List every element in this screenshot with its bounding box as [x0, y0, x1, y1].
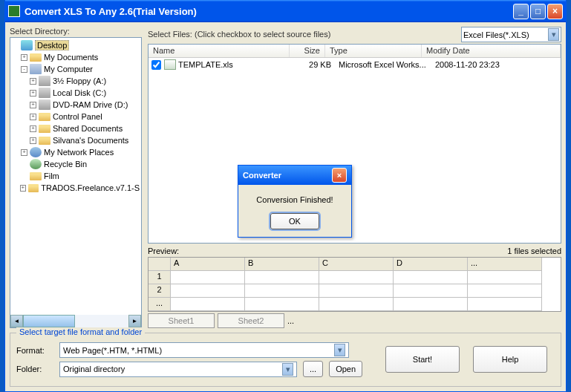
grid-cell: [468, 298, 542, 311]
tree-item[interactable]: +My Network Places: [12, 146, 140, 158]
sheet-tab[interactable]: Sheet1: [148, 313, 215, 328]
tree-item[interactable]: +Local Disk (C:): [12, 87, 140, 99]
chevron-down-icon[interactable]: ▾: [548, 28, 559, 41]
expand-icon[interactable]: +: [20, 185, 26, 192]
dialog-ok-button[interactable]: OK: [270, 213, 319, 229]
folder-icon: [39, 113, 50, 121]
expand-icon[interactable]: +: [30, 114, 36, 120]
folder-icon: [28, 184, 39, 192]
chevron-down-icon[interactable]: ▾: [334, 344, 345, 356]
expand-icon[interactable]: -: [21, 66, 27, 73]
tree-item[interactable]: +TRADOS.Freelance.v7.1-S: [12, 182, 140, 194]
dialog-close-button[interactable]: ×: [332, 168, 347, 183]
expand-icon[interactable]: +: [30, 90, 36, 97]
expand-icon[interactable]: +: [30, 137, 36, 144]
format-combo[interactable]: Web Page(*.HTM, *.HTML) ▾: [59, 342, 349, 358]
tree-item[interactable]: +Silvana's Documents: [12, 134, 140, 146]
dialog-title: Converter: [243, 171, 332, 180]
tree-hscrollbar[interactable]: ◄ ►: [10, 315, 141, 327]
col-name[interactable]: Name: [149, 45, 290, 57]
file-row[interactable]: TEMPLATE.xls29 KBMicrosoft Excel Works..…: [149, 58, 561, 71]
grid-col-header: ...: [468, 258, 542, 271]
drive-icon: [39, 76, 50, 86]
converter-dialog: Converter × Conversion Finished! OK: [238, 165, 352, 238]
file-name: TEMPLATE.xls: [178, 60, 296, 69]
grid-col-header: A: [171, 258, 245, 271]
tree-item[interactable]: Film: [12, 170, 140, 182]
sheets-more: ...: [287, 316, 294, 325]
file-size: 29 KB: [296, 60, 331, 69]
open-button[interactable]: Open: [329, 361, 362, 377]
tree-item[interactable]: +3½ Floppy (A:): [12, 75, 140, 87]
network-icon: [30, 147, 42, 157]
tree-item-label: Silvana's Documents: [53, 136, 128, 145]
grid-cell: [245, 271, 319, 284]
grid-cell: [171, 271, 245, 284]
directory-label: Select Directory:: [10, 27, 142, 36]
grid-col-header: C: [319, 258, 394, 271]
tree-item[interactable]: Recycle Bin: [12, 158, 140, 170]
file-list-header: Name Size Type Modify Date: [149, 45, 561, 58]
files-label: Select Files: (Click checkbox to select …: [148, 30, 461, 39]
chevron-down-icon[interactable]: ▾: [282, 363, 293, 376]
maximize-button[interactable]: □: [530, 4, 546, 19]
drive-icon: [39, 99, 50, 110]
sheet-tab[interactable]: Sheet2: [218, 313, 284, 328]
app-icon: [8, 5, 20, 17]
file-filter-value: Excel Files(*.XLS): [463, 30, 529, 39]
folder-value: Original directory: [63, 365, 125, 373]
help-button[interactable]: Help: [473, 346, 547, 373]
folder-icon: [30, 172, 42, 180]
tree-item-label: 3½ Floppy (A:): [53, 76, 106, 85]
expand-icon[interactable]: +: [30, 78, 36, 85]
file-filter-combo[interactable]: Excel Files(*.XLS) ▾: [461, 27, 561, 42]
expand-icon[interactable]: +: [30, 125, 36, 132]
start-button[interactable]: Start!: [385, 346, 460, 373]
tree-item-label: TRADOS.Freelance.v7.1-S: [41, 183, 140, 192]
expand-icon[interactable]: +: [21, 149, 27, 156]
file-modified: 2008-11-20 23:23: [428, 60, 561, 69]
tree-item-label: DVD-RAM Drive (D:): [53, 100, 128, 109]
col-size[interactable]: Size: [290, 45, 325, 57]
tree-item-label: Local Disk (C:): [53, 88, 106, 97]
col-mod[interactable]: Modify Date: [422, 45, 561, 57]
minimize-button[interactable]: _: [513, 4, 529, 19]
recycle-icon: [30, 159, 42, 169]
folder-icon: [39, 137, 50, 145]
folder-label: Folder:: [16, 365, 53, 373]
tree-item[interactable]: +Control Panel: [12, 111, 140, 122]
tree-item-label: Desktop: [35, 40, 69, 50]
grid-cell: [171, 284, 245, 298]
scroll-right-icon[interactable]: ►: [128, 315, 141, 327]
grid-cell: [394, 284, 468, 298]
grid-cell: [319, 284, 394, 298]
format-label: Format:: [16, 346, 53, 355]
tree-item-label: My Network Places: [44, 148, 114, 157]
folder-icon: [39, 125, 50, 133]
grid-cell: [394, 298, 468, 311]
expand-icon[interactable]: +: [21, 54, 27, 61]
file-list[interactable]: Name Size Type Modify Date TEMPLATE.xls2…: [148, 44, 561, 244]
directory-tree[interactable]: Desktop+My Documents-My Computer+3½ Flop…: [10, 37, 142, 328]
xls-file-icon: [164, 59, 176, 70]
col-type[interactable]: Type: [325, 45, 422, 57]
tree-item[interactable]: -My Computer: [12, 63, 140, 75]
expand-icon[interactable]: +: [30, 102, 36, 108]
tree-item[interactable]: +Shared Documents: [12, 122, 140, 134]
grid-row-header: 1: [149, 271, 171, 284]
tree-item[interactable]: +DVD-RAM Drive (D:): [12, 99, 140, 111]
grid-row-header: ...: [149, 298, 171, 311]
folder-icon: [30, 53, 42, 62]
tree-item-label: Shared Documents: [53, 124, 123, 133]
dialog-message: Conversion Finished!: [244, 195, 345, 204]
browse-button[interactable]: ...: [303, 361, 323, 377]
grid-cell: [319, 271, 394, 284]
target-group-title: Select target file format and folder: [16, 327, 145, 336]
close-button[interactable]: ×: [547, 4, 563, 19]
tree-item[interactable]: +My Documents: [12, 51, 140, 63]
file-checkbox[interactable]: [151, 60, 161, 70]
tree-item[interactable]: Desktop: [12, 39, 140, 51]
scroll-left-icon[interactable]: ◄: [10, 315, 23, 327]
folder-combo[interactable]: Original directory ▾: [59, 362, 297, 377]
scroll-thumb[interactable]: [23, 315, 75, 327]
